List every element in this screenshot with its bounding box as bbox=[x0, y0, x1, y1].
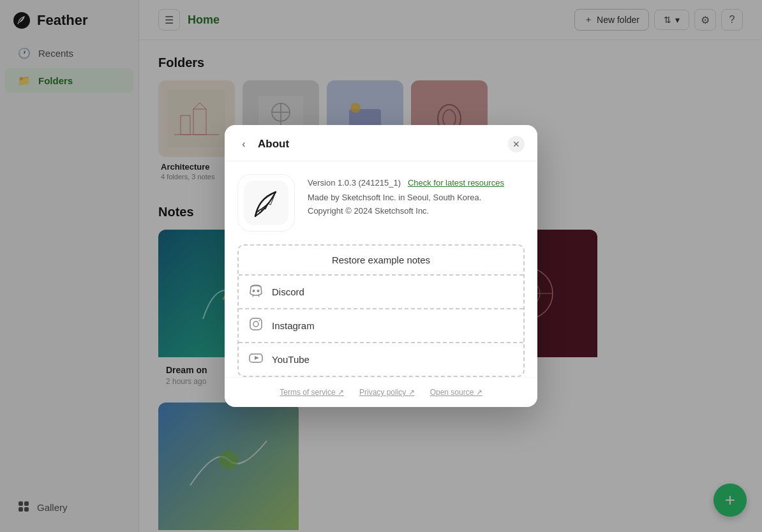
app-icon bbox=[237, 174, 295, 232]
version-text: Version 1.0.3 (241215_1) bbox=[308, 178, 401, 188]
modal-title: About bbox=[258, 138, 289, 151]
svg-point-33 bbox=[253, 290, 255, 292]
svg-rect-35 bbox=[250, 318, 262, 330]
version-info: Version 1.0.3 (241215_1) Check for lates… bbox=[308, 174, 504, 218]
terms-of-service-link[interactable]: Terms of service ↗ bbox=[280, 388, 344, 397]
restore-example-notes-button[interactable]: Restore example notes bbox=[239, 246, 523, 274]
svg-marker-39 bbox=[255, 356, 259, 360]
instagram-label: Instagram bbox=[272, 320, 315, 331]
social-dashed-box: Restore example notes D bbox=[237, 244, 525, 377]
instagram-link[interactable]: Instagram bbox=[239, 309, 523, 342]
svg-point-36 bbox=[253, 321, 258, 327]
privacy-policy-link[interactable]: Privacy policy ↗ bbox=[359, 388, 415, 397]
discord-label: Discord bbox=[272, 286, 304, 297]
feather-app-icon-svg bbox=[244, 181, 288, 225]
youtube-label: YouTube bbox=[272, 354, 310, 365]
discord-icon bbox=[249, 283, 263, 300]
discord-link[interactable]: Discord bbox=[239, 276, 523, 308]
made-by-text: Made by Sketchsoft Inc. in Seoul, South … bbox=[308, 191, 504, 218]
version-line: Version 1.0.3 (241215_1) Check for lates… bbox=[308, 178, 504, 188]
modal-header: ‹ About ✕ bbox=[225, 125, 537, 161]
modal-footer: Terms of service ↗ Privacy policy ↗ Open… bbox=[225, 377, 537, 407]
modal-top-section: Version 1.0.3 (241215_1) Check for lates… bbox=[237, 174, 525, 232]
svg-point-37 bbox=[259, 320, 260, 321]
youtube-link[interactable]: YouTube bbox=[239, 343, 523, 376]
instagram-icon bbox=[249, 317, 263, 334]
youtube-icon bbox=[249, 351, 263, 368]
svg-point-34 bbox=[257, 290, 260, 292]
modal-overlay[interactable]: ‹ About ✕ bbox=[0, 0, 762, 532]
about-modal: ‹ About ✕ bbox=[225, 125, 537, 407]
open-source-link[interactable]: Open source ↗ bbox=[430, 388, 482, 397]
modal-header-left: ‹ About bbox=[235, 135, 289, 153]
modal-body: Version 1.0.3 (241215_1) Check for lates… bbox=[225, 161, 537, 377]
svg-rect-32 bbox=[244, 181, 288, 225]
modal-back-button[interactable]: ‹ bbox=[235, 135, 253, 153]
modal-close-button[interactable]: ✕ bbox=[508, 136, 525, 152]
check-resources-link[interactable]: Check for latest resources bbox=[408, 178, 504, 188]
